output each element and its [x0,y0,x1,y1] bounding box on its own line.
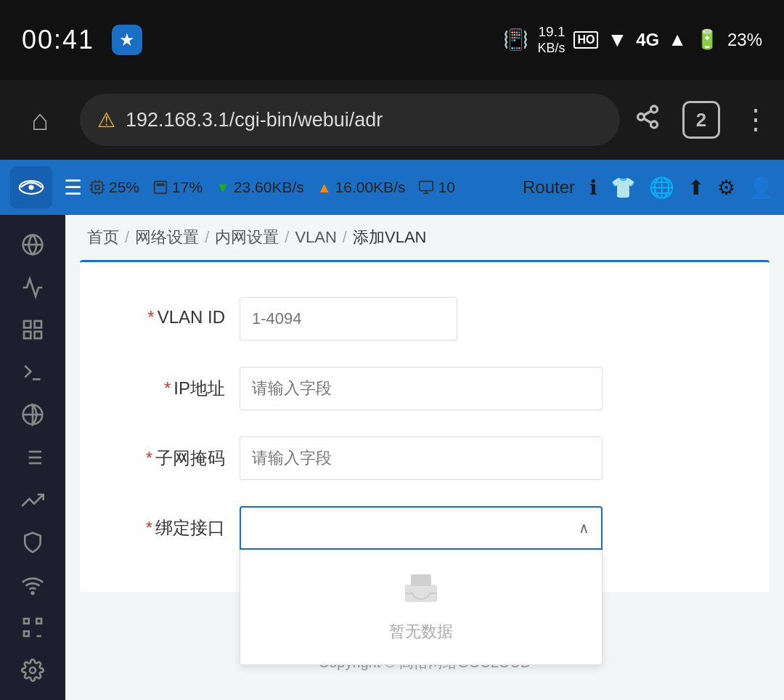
breadcrumb-sep-3: / [285,228,289,247]
ip-address-input[interactable] [240,367,603,410]
status-time: 00:41 [22,25,94,55]
svg-rect-37 [36,619,41,624]
top-navigation: ☰ 25% 17% ▼ 23 [0,160,784,215]
share-button[interactable] [634,104,661,136]
breadcrumb-sep-2: / [205,228,209,247]
empty-inbox-icon [402,571,440,612]
more-menu-button[interactable]: ⋮ [742,104,769,136]
menu-icon[interactable]: ☰ [64,176,82,200]
battery-level: 23% [727,30,762,50]
breadcrumb-sep-4: / [343,228,347,247]
home-icon: ⌂ [31,104,49,137]
app-container: ☰ 25% 17% ▼ 23 [0,160,784,700]
security-warning-icon: ⚠ [97,108,115,132]
ip-label: *IP地址 [109,367,225,400]
empty-state-text: 暂无数据 [389,621,453,643]
breadcrumb-add-vlan: 添加VLAN [353,227,426,248]
language-icon[interactable]: 🌐 [649,176,674,200]
breadcrumb-network[interactable]: 网络设置 [135,227,199,248]
svg-line-3 [644,118,651,123]
svg-rect-23 [35,321,41,327]
svg-rect-25 [24,332,30,338]
required-star-ip: * [164,378,171,398]
status-bar-right: 📳 19.1 KB/s HO ▼ 4G ▲ 🔋 23% [503,24,762,56]
screen-stat: 10 [418,179,454,196]
svg-rect-7 [92,182,103,193]
download-speed: 23.60KB/s [234,179,304,196]
home-button[interactable]: ⌂ [15,94,65,145]
top-nav-action-icons: ℹ 👕 🌐 ⬆ ⚙ 👤 [589,176,774,200]
browser-bar: ⌂ ⚠ 192.168.3.1/cgi-bin/webui/adr 2 ⋮ [0,80,784,160]
mem-percent: 17% [172,179,203,196]
url-text: 192.168.3.1/cgi-bin/webui/adr [126,109,383,131]
sidebar-item-list[interactable] [7,438,58,478]
svg-rect-24 [35,332,41,338]
sidebar [0,215,65,700]
svg-point-1 [638,114,645,121]
router-label: Router [523,177,575,198]
breadcrumb-home[interactable]: 首页 [87,227,119,248]
subnet-label: *子网掩码 [109,436,225,470]
vlan-id-input[interactable] [240,297,457,341]
tabs-count: 2 [696,109,706,131]
upload-arrow-icon: ▲ [317,179,332,196]
screen-count: 10 [438,179,454,196]
svg-rect-36 [24,619,29,624]
tabs-button[interactable]: 2 [682,101,720,139]
interface-dropdown-wrapper: ∧ 暂无数据 [240,506,603,550]
status-bar-left: 00:41 ★ [22,25,142,55]
mem-stat: 17% [152,179,203,196]
sidebar-item-dashboard[interactable] [7,225,58,265]
cpu-percent: 25% [109,179,139,196]
form-row-subnet: *子网掩码 [80,423,769,493]
sidebar-item-topology[interactable] [7,310,58,350]
cpu-stat: 25% [89,179,139,196]
sidebar-item-security[interactable] [7,523,58,563]
upload-speed: 16.00KB/s [335,179,406,196]
download-stat: ▼ 23.60KB/s [216,179,304,196]
star-app-icon: ★ [112,25,142,55]
content-area: 首页 / 网络设置 / 内网设置 / VLAN / 添加VLAN *VLAN I… [65,215,784,700]
required-star-interface: * [146,518,152,537]
skin-icon[interactable]: 👕 [611,176,636,200]
required-star-vlan: * [147,307,154,327]
info-icon[interactable]: ℹ [589,176,597,200]
breadcrumb-lan[interactable]: 内网设置 [215,227,279,248]
breadcrumb-sep-1: / [125,228,129,247]
chevron-up-icon: ∧ [579,519,589,537]
add-vlan-form: *VLAN ID *IP地址 *子网掩码 [80,260,769,592]
network-type-icons: HO [573,31,598,49]
battery-icon: 🔋 [695,28,719,51]
url-bar[interactable]: ⚠ 192.168.3.1/cgi-bin/webui/adr [80,94,620,146]
sidebar-item-settings[interactable] [7,650,58,690]
status-bar: 00:41 ★ 📳 19.1 KB/s HO ▼ 4G ▲ 🔋 23% [0,0,784,80]
svg-rect-17 [420,182,433,191]
sidebar-item-terminal[interactable] [7,353,58,393]
form-row-ip: *IP地址 [80,354,769,423]
svg-line-4 [644,111,651,115]
svg-point-6 [28,184,33,190]
svg-point-2 [651,121,658,128]
signal-bars-icon: ▲ [668,28,687,51]
sidebar-item-network[interactable] [7,395,58,435]
breadcrumb: 首页 / 网络设置 / 内网设置 / VLAN / 添加VLAN [65,215,784,260]
user-icon[interactable]: 👤 [748,176,774,200]
sidebar-item-trend[interactable] [7,480,58,520]
app-logo[interactable] [10,166,52,208]
upload-stat: ▲ 16.00KB/s [317,179,406,196]
interface-dropdown[interactable]: ∧ [240,506,603,550]
upload-config-icon[interactable]: ⬆ [687,176,704,200]
interface-label: *绑定接口 [109,506,225,540]
svg-point-43 [30,667,36,673]
svg-rect-45 [411,574,431,586]
sidebar-item-qr[interactable] [7,608,58,648]
sidebar-item-wireless[interactable] [7,565,58,605]
subnet-mask-input[interactable] [240,436,603,480]
vlan-id-label: *VLAN ID [109,297,225,327]
svg-rect-8 [95,185,99,190]
breadcrumb-vlan[interactable]: VLAN [295,228,336,247]
sidebar-item-monitor[interactable] [7,268,58,308]
settings-icon[interactable]: ⚙ [717,176,735,200]
browser-actions: 2 ⋮ [634,101,769,139]
dropdown-panel: 暂无数据 [240,550,603,665]
